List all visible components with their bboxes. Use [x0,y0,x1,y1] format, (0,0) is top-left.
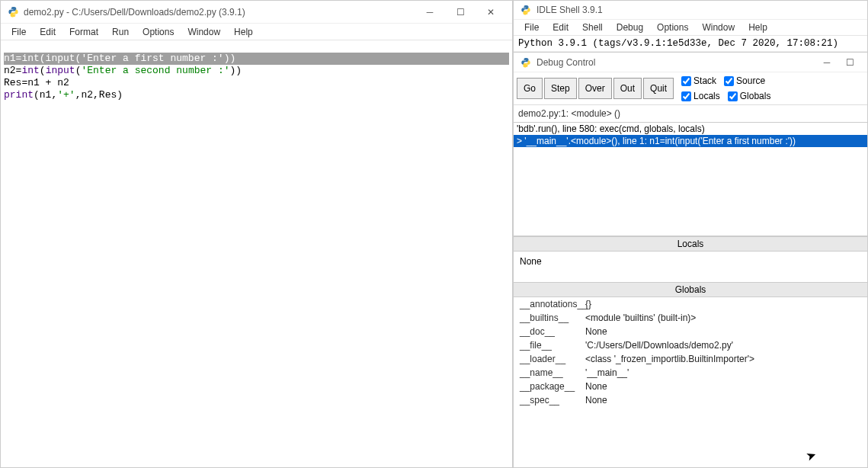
globals-table: __annotations__{} __builtins__<module 'b… [514,297,867,407]
minimize-button[interactable]: ─ [815,54,838,71]
debug-window: Debug Control ─ ☐ Go Step Over Out Quit … [513,52,868,468]
editor-title-bar: demo2.py - C:/Users/Dell/Downloads/demo2… [1,1,512,24]
shell-menu-options[interactable]: Options [651,21,694,34]
stack-row[interactable]: 'bdb'.run(), line 580: exec(cmd, globals… [514,123,867,135]
debug-title-bar: Debug Control ─ ☐ [514,53,867,72]
shell-menu-window[interactable]: Window [696,21,741,34]
menu-edit[interactable]: Edit [34,25,62,39]
global-row: __package__None [514,380,867,393]
shell-title: IDLE Shell 3.9.1 [536,5,861,15]
menu-file[interactable]: File [5,25,32,39]
editor-win-controls: ─ ☐ ✕ [415,2,506,23]
debug-body: Go Step Over Out Quit Stack Source Local… [514,72,867,467]
shell-banner[interactable]: Python 3.9.1 (tags/v3.9.1:1e5d33e, Dec 7… [514,36,867,52]
editor-code-area[interactable]: n1=int(input('Enter a first number :'))n… [1,40,512,467]
debug-controls: Go Step Over Out Quit Stack Source Local… [514,72,867,105]
editor-menu-bar: File Edit Format Run Options Window Help [1,24,512,40]
global-row: __spec__None [514,393,867,407]
global-row: __loader__<class '_frozen_importlib.Buil… [514,352,867,366]
global-row: __annotations__{} [514,297,867,311]
go-button[interactable]: Go [517,78,543,99]
menu-run[interactable]: Run [106,25,135,39]
debug-checkbox-group: Stack Source Locals Globals [681,75,770,101]
global-row: __file__'C:/Users/Dell/Downloads/demo2.p… [514,338,867,352]
shell-menu-help[interactable]: Help [742,21,774,34]
quit-button[interactable]: Quit [643,78,674,99]
locals-body: None [514,252,867,282]
maximize-button[interactable]: ☐ [445,2,476,23]
python-icon [520,4,532,16]
over-button[interactable]: Over [578,78,612,99]
shell-window: IDLE Shell 3.9.1 File Edit Shell Debug O… [513,0,868,52]
source-checkbox[interactable]: Source [724,75,765,86]
stack-row-selected[interactable]: > '__main__'.<module>(), line 1: n1=int(… [514,135,867,147]
global-row: __builtins__<module 'builtins' (built-in… [514,311,867,325]
shell-menu-file[interactable]: File [518,21,545,34]
locals-header: Locals [514,236,867,252]
close-button[interactable]: ✕ [476,2,506,23]
debug-module-line: demo2.py:1: <module> () [514,105,867,122]
menu-window[interactable]: Window [181,25,226,39]
globals-header: Globals [514,282,867,297]
maximize-button[interactable]: ☐ [838,54,861,71]
shell-menu-debug[interactable]: Debug [610,21,649,34]
global-row: __name__'__main__' [514,366,867,380]
shell-menu-bar: File Edit Shell Debug Options Window Hel… [514,20,867,36]
locals-none: None [520,256,542,267]
global-row: __doc__None [514,325,867,338]
debug-button-row: Go Step Over Out Quit [517,78,674,99]
stack-list[interactable]: 'bdb'.run(), line 580: exec(cmd, globals… [514,122,867,236]
python-icon [520,56,532,69]
right-column: IDLE Shell 3.9.1 File Edit Shell Debug O… [513,0,868,468]
out-button[interactable]: Out [613,78,642,99]
shell-menu-shell[interactable]: Shell [576,21,609,34]
debug-title: Debug Control [536,57,811,68]
step-button[interactable]: Step [544,78,577,99]
menu-format[interactable]: Format [63,25,104,39]
minimize-button[interactable]: ─ [415,2,445,23]
menu-help[interactable]: Help [228,25,259,39]
globals-checkbox[interactable]: Globals [728,91,771,101]
menu-options[interactable]: Options [136,25,180,39]
shell-menu-edit[interactable]: Edit [546,21,575,34]
python-icon [7,6,19,18]
editor-title: demo2.py - C:/Users/Dell/Downloads/demo2… [24,7,410,18]
code-line-1[interactable]: n1=int(input('Enter a first number :')) [4,53,509,65]
locals-checkbox[interactable]: Locals [681,91,720,101]
editor-window: demo2.py - C:/Users/Dell/Downloads/demo2… [0,0,513,468]
shell-title-bar: IDLE Shell 3.9.1 [514,1,867,20]
stack-checkbox[interactable]: Stack [681,75,716,86]
debug-win-controls: ─ ☐ [815,54,861,71]
